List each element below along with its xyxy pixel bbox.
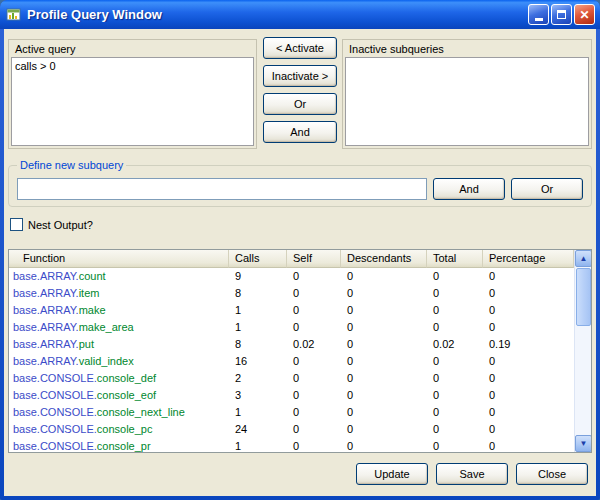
value-cell: 9: [229, 268, 287, 285]
vertical-scrollbar[interactable]: ▲ ▼: [574, 250, 591, 452]
value-cell: 0: [427, 302, 483, 319]
table-body: base.ARRAY.count90000base.ARRAY.item8000…: [9, 268, 574, 452]
value-cell: 0: [341, 353, 427, 370]
subquery-input[interactable]: [17, 178, 427, 200]
column-header-self[interactable]: Self: [287, 250, 341, 268]
maximize-icon: [557, 10, 566, 19]
footer-buttons: Update Save Close: [4, 463, 588, 485]
column-header-calls[interactable]: Calls: [229, 250, 287, 268]
value-cell: 0: [427, 319, 483, 336]
table-row[interactable]: base.CONSOLE.console_pc240000: [9, 421, 574, 438]
table-row[interactable]: base.ARRAY.item80000: [9, 285, 574, 302]
value-cell: 0: [427, 353, 483, 370]
value-cell: 0: [341, 370, 427, 387]
function-cell: base.ARRAY.count: [9, 268, 229, 285]
function-cell: base.ARRAY.make_area: [9, 319, 229, 336]
inactive-subqueries-panel: Inactive subqueries: [342, 39, 592, 149]
function-cell: base.CONSOLE.console_pr: [9, 438, 229, 452]
function-cell: base.CONSOLE.console_pc: [9, 421, 229, 438]
active-query-list[interactable]: calls > 0: [11, 57, 254, 146]
value-cell: 0: [287, 302, 341, 319]
value-cell: 8: [229, 285, 287, 302]
inactivate-button[interactable]: Inactivate >: [263, 65, 337, 87]
table-row[interactable]: base.CONSOLE.console_pr10000: [9, 438, 574, 452]
table-row[interactable]: base.ARRAY.count90000: [9, 268, 574, 285]
maximize-button[interactable]: [551, 4, 572, 25]
value-cell: 1: [229, 438, 287, 452]
value-cell: 0: [341, 268, 427, 285]
column-header-total[interactable]: Total: [427, 250, 483, 268]
scrollbar-thumb[interactable]: [576, 268, 591, 326]
active-query-label: Active query: [15, 43, 76, 55]
column-header-percentage[interactable]: Percentage: [483, 250, 574, 268]
scroll-up-button[interactable]: ▲: [575, 250, 592, 267]
client-area: Active query calls > 0 < Activate Inacti…: [4, 29, 596, 496]
close-icon: ✕: [579, 8, 589, 22]
nest-output-row: Nest Output?: [10, 218, 93, 231]
value-cell: 0: [483, 302, 574, 319]
and-transfer-button[interactable]: And: [263, 121, 337, 143]
value-cell: 0: [341, 302, 427, 319]
value-cell: 0: [427, 404, 483, 421]
value-cell: 0: [287, 387, 341, 404]
define-subquery-label: Define new subquery: [17, 159, 126, 171]
subquery-and-button[interactable]: And: [433, 178, 505, 200]
value-cell: 0: [341, 387, 427, 404]
value-cell: 0: [427, 438, 483, 452]
update-button[interactable]: Update: [356, 463, 428, 485]
table-row[interactable]: base.ARRAY.make10000: [9, 302, 574, 319]
nest-output-label: Nest Output?: [28, 219, 93, 231]
value-cell: 0: [427, 370, 483, 387]
value-cell: 1: [229, 404, 287, 421]
function-cell: base.ARRAY.item: [9, 285, 229, 302]
profile-query-window: Profile Query Window ✕ Active query call…: [0, 0, 600, 500]
function-cell: base.ARRAY.make: [9, 302, 229, 319]
value-cell: 3: [229, 387, 287, 404]
value-cell: 0: [483, 438, 574, 452]
value-cell: 0: [287, 285, 341, 302]
value-cell: 0.02: [427, 336, 483, 353]
value-cell: 0: [483, 404, 574, 421]
save-button[interactable]: Save: [436, 463, 508, 485]
value-cell: 0: [341, 336, 427, 353]
value-cell: 0: [483, 319, 574, 336]
close-dialog-button[interactable]: Close: [516, 463, 588, 485]
titlebar[interactable]: Profile Query Window ✕: [0, 0, 600, 29]
table-row[interactable]: base.ARRAY.put80.0200.020.19: [9, 336, 574, 353]
nest-output-checkbox[interactable]: [10, 218, 23, 231]
value-cell: 0: [341, 421, 427, 438]
table-row[interactable]: base.CONSOLE.console_next_line10000: [9, 404, 574, 421]
table-header: FunctionCallsSelfDescendantsTotalPercent…: [9, 250, 591, 268]
value-cell: 0.02: [287, 336, 341, 353]
value-cell: 0: [287, 268, 341, 285]
value-cell: 1: [229, 319, 287, 336]
define-subquery-group: Define new subquery And Or: [8, 165, 592, 207]
table-row[interactable]: base.ARRAY.valid_index160000: [9, 353, 574, 370]
table-row[interactable]: base.ARRAY.make_area10000: [9, 319, 574, 336]
inactive-subqueries-list[interactable]: [345, 57, 589, 146]
window-title: Profile Query Window: [27, 7, 526, 22]
value-cell: 0: [341, 438, 427, 452]
close-button[interactable]: ✕: [574, 4, 595, 25]
value-cell: 0: [287, 319, 341, 336]
minimize-button[interactable]: [528, 4, 549, 25]
minimize-icon: [535, 18, 543, 21]
value-cell: 0: [483, 421, 574, 438]
value-cell: 0: [341, 319, 427, 336]
activate-button[interactable]: < Activate: [263, 37, 337, 59]
column-header-function[interactable]: Function: [9, 250, 229, 268]
function-cell: base.CONSOLE.console_next_line: [9, 404, 229, 421]
scroll-down-button[interactable]: ▼: [575, 435, 592, 452]
value-cell: 0: [427, 387, 483, 404]
subquery-or-button[interactable]: Or: [511, 178, 583, 200]
table-row[interactable]: base.CONSOLE.console_def20000: [9, 370, 574, 387]
active-query-item[interactable]: calls > 0: [12, 58, 253, 74]
app-icon: [6, 7, 22, 23]
table-row[interactable]: base.CONSOLE.console_eof30000: [9, 387, 574, 404]
function-cell: base.ARRAY.valid_index: [9, 353, 229, 370]
value-cell: 16: [229, 353, 287, 370]
value-cell: 1: [229, 302, 287, 319]
value-cell: 0: [483, 353, 574, 370]
column-header-descendants[interactable]: Descendants: [341, 250, 427, 268]
or-transfer-button[interactable]: Or: [263, 93, 337, 115]
